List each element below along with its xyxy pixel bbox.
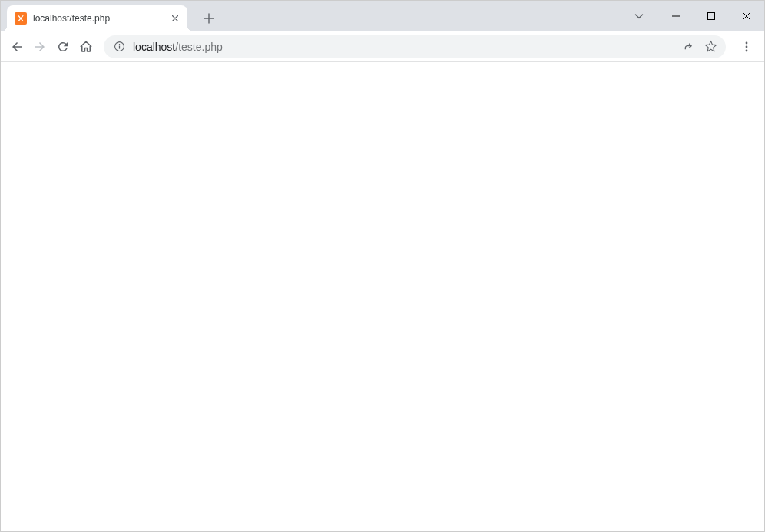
svg-rect-3 — [118, 46, 119, 49]
xampp-favicon-icon — [15, 12, 27, 25]
reload-icon — [56, 40, 70, 54]
close-window-button[interactable] — [729, 5, 764, 28]
close-icon — [172, 15, 178, 21]
address-bar[interactable]: localhost/teste.php — [104, 35, 726, 58]
kebab-menu-icon — [740, 41, 753, 53]
maximize-icon — [707, 12, 715, 20]
tab-title: localhost/teste.php — [33, 13, 169, 24]
svg-point-5 — [746, 41, 748, 44]
svg-point-7 — [746, 49, 748, 51]
browser-tab-active[interactable]: localhost/teste.php — [7, 5, 187, 31]
forward-button[interactable] — [28, 35, 51, 58]
search-tabs-button[interactable] — [626, 5, 652, 28]
arrow-left-icon — [10, 40, 24, 54]
minimize-icon — [672, 12, 680, 20]
reload-button[interactable] — [51, 35, 75, 58]
svg-point-6 — [746, 45, 748, 48]
close-tab-button[interactable] — [169, 12, 181, 25]
svg-rect-1 — [708, 13, 715, 20]
tab-row: localhost/teste.php — [1, 1, 626, 31]
site-info-button[interactable] — [113, 41, 125, 53]
plus-icon — [204, 13, 214, 24]
chevron-down-icon — [634, 11, 644, 21]
url-path: /teste.php — [175, 41, 223, 53]
arrow-right-icon — [33, 40, 47, 54]
back-button[interactable] — [5, 35, 28, 58]
maximize-window-button[interactable] — [694, 5, 729, 28]
bookmark-button[interactable] — [700, 36, 721, 58]
minimize-window-button[interactable] — [658, 5, 694, 28]
close-icon — [743, 12, 750, 20]
star-icon — [704, 40, 717, 53]
url-host: localhost — [133, 41, 175, 53]
share-button[interactable] — [678, 36, 700, 58]
new-tab-button[interactable] — [198, 8, 220, 29]
url-text: localhost/teste.php — [133, 41, 678, 53]
page-content — [1, 62, 764, 531]
svg-rect-4 — [118, 44, 119, 45]
chrome-menu-button[interactable] — [735, 35, 758, 58]
window-controls — [626, 1, 764, 31]
browser-toolbar: localhost/teste.php — [1, 31, 764, 62]
share-icon — [683, 41, 695, 53]
home-icon — [79, 40, 93, 54]
tab-strip: localhost/teste.php — [1, 1, 764, 31]
info-icon — [114, 41, 125, 52]
home-button[interactable] — [75, 35, 98, 58]
